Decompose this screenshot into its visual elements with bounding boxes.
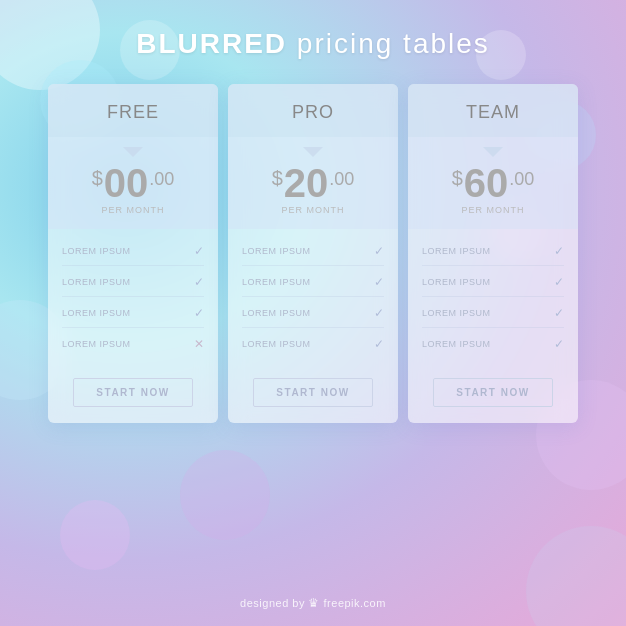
card-footer-free: START NOW: [48, 366, 218, 423]
pricing-cards: FREE$00.00PER MONTHLOREM IPSUM✓LOREM IPS…: [48, 84, 578, 423]
feature-label: LOREM IPSUM: [62, 339, 131, 349]
feature-label: LOREM IPSUM: [62, 308, 131, 318]
check-icon: ✓: [554, 306, 564, 320]
title-bold: BLURRED: [136, 28, 287, 59]
page-wrapper: BLURRED pricing tables FREE$00.00PER MON…: [0, 0, 626, 626]
feature-label: LOREM IPSUM: [422, 339, 491, 349]
list-item: LOREM IPSUM✕: [62, 330, 204, 358]
pricing-card-free: FREE$00.00PER MONTHLOREM IPSUM✓LOREM IPS…: [48, 84, 218, 423]
list-item: LOREM IPSUM✓: [62, 237, 204, 266]
list-item: LOREM IPSUM✓: [242, 237, 384, 266]
feature-label: LOREM IPSUM: [62, 246, 131, 256]
price-main-number: 20: [284, 163, 329, 203]
pricing-card-team: TEAM$60.00PER MONTHLOREM IPSUM✓LOREM IPS…: [408, 84, 578, 423]
price-row-team: $60.00: [418, 163, 568, 203]
feature-label: LOREM IPSUM: [242, 246, 311, 256]
check-icon: ✓: [554, 337, 564, 351]
start-now-button-team[interactable]: START NOW: [433, 378, 552, 407]
price-main-number: 60: [464, 163, 509, 203]
price-dollar-sign: $: [272, 167, 283, 190]
list-item: LOREM IPSUM✓: [242, 268, 384, 297]
price-dollar-sign: $: [92, 167, 103, 190]
card-price-area-pro: $20.00PER MONTH: [228, 137, 398, 229]
check-icon: ✓: [554, 244, 564, 258]
card-price-area-free: $00.00PER MONTH: [48, 137, 218, 229]
card-header-pro: PRO: [228, 84, 398, 137]
pricing-card-pro: PRO$20.00PER MONTHLOREM IPSUM✓LOREM IPSU…: [228, 84, 398, 423]
card-features-pro: LOREM IPSUM✓LOREM IPSUM✓LOREM IPSUM✓LORE…: [228, 229, 398, 366]
start-now-button-free[interactable]: START NOW: [73, 378, 192, 407]
feature-label: LOREM IPSUM: [422, 246, 491, 256]
card-header-team: TEAM: [408, 84, 578, 137]
price-dollar-sign: $: [452, 167, 463, 190]
feature-label: LOREM IPSUM: [422, 308, 491, 318]
check-icon: ✓: [374, 337, 384, 351]
check-icon: ✓: [194, 306, 204, 320]
card-price-area-team: $60.00PER MONTH: [408, 137, 578, 229]
card-footer-pro: START NOW: [228, 366, 398, 423]
list-item: LOREM IPSUM✓: [422, 299, 564, 328]
footer-credit: designed by ♛ freepik.com: [0, 596, 626, 610]
list-item: LOREM IPSUM✓: [422, 237, 564, 266]
card-features-free: LOREM IPSUM✓LOREM IPSUM✓LOREM IPSUM✓LORE…: [48, 229, 218, 366]
price-period: PER MONTH: [418, 205, 568, 215]
list-item: LOREM IPSUM✓: [62, 268, 204, 297]
list-item: LOREM IPSUM✓: [242, 330, 384, 358]
price-cents: .00: [149, 169, 174, 190]
feature-label: LOREM IPSUM: [242, 339, 311, 349]
card-header-free: FREE: [48, 84, 218, 137]
title-rest: pricing tables: [287, 28, 490, 59]
card-features-team: LOREM IPSUM✓LOREM IPSUM✓LOREM IPSUM✓LORE…: [408, 229, 578, 366]
feature-label: LOREM IPSUM: [422, 277, 491, 287]
price-period: PER MONTH: [238, 205, 388, 215]
list-item: LOREM IPSUM✓: [242, 299, 384, 328]
check-icon: ✓: [194, 244, 204, 258]
cross-icon: ✕: [194, 337, 204, 351]
price-period: PER MONTH: [58, 205, 208, 215]
price-cents: .00: [509, 169, 534, 190]
chevron-down-icon: [483, 147, 503, 157]
check-icon: ✓: [374, 244, 384, 258]
start-now-button-pro[interactable]: START NOW: [253, 378, 372, 407]
page-title: BLURRED pricing tables: [136, 28, 490, 60]
price-row-pro: $20.00: [238, 163, 388, 203]
feature-label: LOREM IPSUM: [242, 308, 311, 318]
card-footer-team: START NOW: [408, 366, 578, 423]
check-icon: ✓: [194, 275, 204, 289]
chevron-down-icon: [123, 147, 143, 157]
check-icon: ✓: [554, 275, 564, 289]
feature-label: LOREM IPSUM: [242, 277, 311, 287]
list-item: LOREM IPSUM✓: [422, 268, 564, 297]
check-icon: ✓: [374, 275, 384, 289]
price-main-number: 00: [104, 163, 149, 203]
crown-icon: ♛: [308, 596, 320, 610]
price-cents: .00: [329, 169, 354, 190]
list-item: LOREM IPSUM✓: [422, 330, 564, 358]
list-item: LOREM IPSUM✓: [62, 299, 204, 328]
feature-label: LOREM IPSUM: [62, 277, 131, 287]
chevron-down-icon: [303, 147, 323, 157]
price-row-free: $00.00: [58, 163, 208, 203]
check-icon: ✓: [374, 306, 384, 320]
